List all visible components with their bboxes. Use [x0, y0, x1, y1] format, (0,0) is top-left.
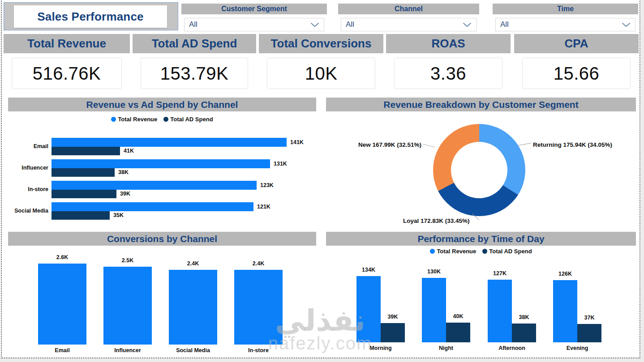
kpi-title: Total Revenue	[4, 34, 130, 53]
value-label-revenue-email: 141K	[290, 139, 304, 145]
value-label-in-store: 2.4K	[234, 260, 283, 267]
panel-revenue-breakdown: Revenue Breakdown by Customer Segment Ne…	[326, 98, 636, 228]
value-label-email: 2.6K	[38, 254, 86, 260]
chevron-down-icon[interactable]	[463, 22, 472, 27]
customer-segment-dropdown[interactable]: All	[184, 18, 324, 31]
bar-total-ad-spend-influencer[interactable]	[52, 168, 115, 177]
bar-total-ad-spend-email[interactable]	[52, 147, 120, 155]
kpi-title: ROAS	[386, 34, 511, 53]
panel-performance-by-time: Performance by Time of Day Total Revenue…	[326, 232, 636, 356]
panel-conversions-by-channel: Conversions by Channel 2.6KEmail2.5KInfl…	[8, 232, 316, 356]
value-label-influencer: 2.5K	[103, 257, 152, 264]
value-label-ad-spend-in-store: 39K	[120, 191, 130, 197]
value-label-revenue-influencer: 131K	[274, 161, 287, 167]
bar-conversions-email[interactable]	[38, 264, 86, 345]
bar-total-ad-spend-afternoon[interactable]	[512, 324, 536, 342]
kpi-card-roas: ROAS 3.36	[386, 34, 511, 93]
value-label-social-media: 2.4K	[169, 260, 217, 267]
kpi-title: Total Conversions	[259, 34, 383, 53]
slicer-time: Time All	[493, 1, 638, 31]
kpi-value: 15.66	[554, 64, 600, 84]
kpi-card-total-ad-spend: Total AD Spend 153.79K	[133, 34, 256, 93]
kpi-title: Total AD Spend	[133, 34, 256, 53]
chevron-down-icon[interactable]	[310, 22, 319, 27]
slicer-time-title: Time	[493, 4, 638, 14]
value-label-ad-spend-influencer: 38K	[118, 169, 129, 175]
bar-total-ad-spend-in-store[interactable]	[52, 190, 116, 198]
kpi-value-box: 3.36	[394, 58, 502, 89]
leader-line	[518, 143, 531, 145]
bar-total-revenue-evening[interactable]	[553, 280, 577, 342]
page-title: Sales Performance	[37, 10, 144, 24]
bar-conversions-social-media[interactable]	[169, 270, 217, 345]
sales-performance-dashboard: Sales Performance Customer Segment All C…	[0, 0, 644, 362]
value-label-revenue-afternoon: 127K	[483, 270, 516, 277]
bar-total-revenue-afternoon[interactable]	[488, 280, 512, 342]
customer-segment-value: All	[189, 20, 310, 29]
bar-total-ad-spend-evening[interactable]	[577, 324, 601, 342]
value-label-ad-spend-evening: 37K	[573, 315, 606, 321]
category-label-email: Email	[38, 347, 86, 353]
channel-value: All	[346, 20, 463, 29]
bar-total-revenue-influencer[interactable]	[52, 159, 270, 168]
bar-total-revenue-night[interactable]	[422, 278, 446, 342]
kpi-title: CPA	[514, 34, 639, 53]
value-label-revenue-in-store: 123K	[260, 182, 274, 188]
category-label-morning: Morning	[356, 345, 405, 351]
bar-conversions-influencer[interactable]	[103, 267, 152, 345]
donut-label-new: New 167.99K (32.51%)	[356, 141, 421, 148]
donut-label-returning: Returning 175.94K (34.05%)	[533, 141, 612, 148]
time-value: All	[500, 20, 622, 29]
value-label-revenue-social-media: 121K	[257, 204, 270, 210]
bar-total-revenue-morning[interactable]	[356, 276, 381, 342]
category-label-email: Email	[8, 143, 48, 149]
grouped-column-plot: 134K39KMorning130K40KNight127K38KAfterno…	[326, 232, 636, 356]
chart-title: Revenue Breakdown by Customer Segment	[326, 98, 636, 111]
kpi-value-box: 516.76K	[12, 58, 122, 89]
bar-total-revenue-social-media[interactable]	[52, 202, 253, 211]
bar-total-revenue-email[interactable]	[52, 138, 287, 147]
category-label-influencer: Influencer	[103, 347, 152, 353]
kpi-value-box: 10K	[267, 58, 375, 89]
kpi-card-cpa: CPA 15.66	[514, 34, 639, 93]
value-label-ad-spend-afternoon: 38K	[507, 314, 541, 320]
report-title-widget: Sales Performance	[4, 2, 178, 30]
report-title-box: Sales Performance	[14, 5, 167, 28]
kpi-value-box: 153.79K	[141, 58, 248, 89]
bar-total-ad-spend-night[interactable]	[446, 323, 470, 342]
slicer-channel-title: Channel	[338, 4, 479, 14]
leader-line	[423, 144, 435, 148]
chevron-down-icon[interactable]	[622, 22, 631, 27]
bar-total-ad-spend-social-media[interactable]	[52, 211, 110, 220]
bar-conversions-in-store[interactable]	[234, 270, 283, 345]
slicer-customer-segment: Customer Segment All	[181, 1, 327, 31]
desktop-edge-strip	[0, 358, 644, 362]
value-label-revenue-morning: 134K	[352, 267, 385, 273]
kpi-value: 153.79K	[160, 64, 229, 84]
value-label-ad-spend-social-media: 35K	[113, 212, 124, 218]
category-label-in-store: In-store	[234, 347, 283, 353]
donut-hole	[451, 142, 507, 198]
bar-total-ad-spend-morning[interactable]	[381, 323, 405, 342]
column-plot: 2.6KEmail2.5KInfluencer2.4KSocial Media2…	[8, 232, 316, 356]
desktop-edge-strip	[641, 0, 644, 362]
category-label-afternoon: Afternoon	[488, 345, 536, 351]
value-label-ad-spend-email: 41K	[124, 148, 134, 154]
horizontal-bar-plot: Email141K41KInfluencer131K38KIn-store123…	[8, 98, 316, 228]
category-label-evening: Evening	[553, 345, 601, 351]
category-label-influencer: Influencer	[8, 165, 48, 171]
category-label-social-media: Social Media	[8, 208, 48, 214]
bar-total-revenue-in-store[interactable]	[52, 181, 257, 190]
kpi-value: 10K	[305, 64, 338, 84]
kpi-value: 3.36	[430, 64, 466, 84]
value-label-revenue-night: 130K	[417, 268, 451, 275]
kpi-value-box: 15.66	[522, 58, 631, 89]
slicer-channel: Channel All	[338, 1, 479, 31]
time-dropdown[interactable]: All	[495, 18, 635, 31]
donut-label-loyal: Loyal 172.83K (33.45%)	[403, 217, 470, 224]
category-label-social-media: Social Media	[169, 347, 217, 353]
category-label-in-store: In-store	[8, 186, 48, 192]
kpi-card-total-revenue: Total Revenue 516.76K	[4, 34, 130, 93]
category-label-night: Night	[422, 345, 470, 351]
channel-dropdown[interactable]: All	[341, 18, 477, 31]
